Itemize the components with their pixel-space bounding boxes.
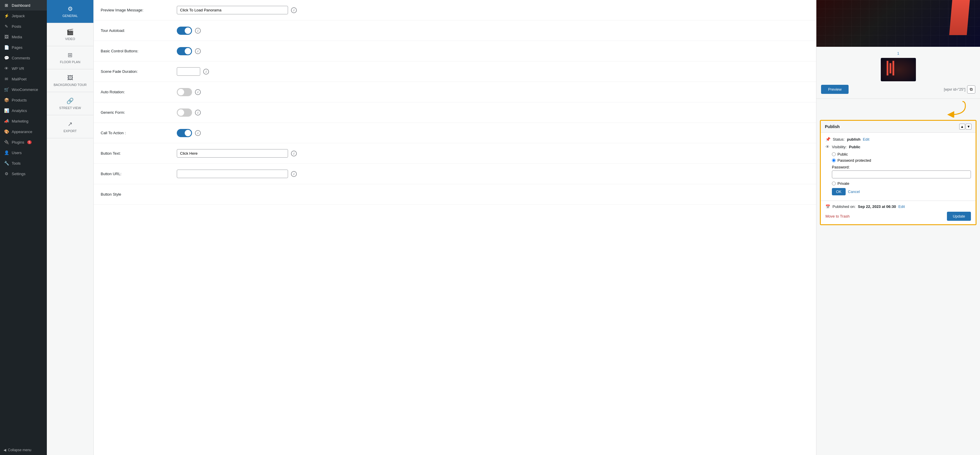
- publish-collapse-down-button[interactable]: ▼: [966, 124, 972, 130]
- status-label: Status:: [833, 137, 845, 141]
- preview-image-message-input[interactable]: [177, 6, 288, 14]
- basic-control-buttons-toggle[interactable]: [177, 47, 192, 55]
- radio-private[interactable]: Private: [832, 181, 971, 185]
- sidebar-item-posts[interactable]: ✎ Posts: [0, 21, 47, 32]
- appearance-icon: 🎨: [3, 129, 10, 134]
- cancel-button[interactable]: Cancel: [848, 188, 860, 195]
- sidebar-item-wp-vr[interactable]: 👁 WP VR: [0, 63, 47, 74]
- password-input[interactable]: [832, 170, 971, 178]
- left-panel-item-background-tour[interactable]: 🖼 BACKGROUND TOUR: [47, 69, 93, 92]
- sidebar-item-media[interactable]: 🖼 Media: [0, 32, 47, 42]
- preview-image-message-control: i: [177, 6, 809, 14]
- pages-icon: 📄: [3, 45, 10, 50]
- sidebar-item-users[interactable]: 👤 Users: [0, 147, 47, 158]
- left-panel-item-street-view[interactable]: 🔗 STREET VIEW: [47, 92, 93, 115]
- publish-body: 📌 Status: publish Edit 👁 Visibility: Pub…: [821, 133, 975, 201]
- comments-icon: 💬: [3, 55, 10, 60]
- publish-header: Publish ▲ ▼: [821, 121, 975, 133]
- scene-fade-duration-row: Scene Fade Duration: i: [94, 62, 816, 82]
- publish-collapse-up-button[interactable]: ▲: [959, 124, 965, 130]
- password-field-row: Password:: [826, 165, 971, 178]
- preview-image-message-info-icon[interactable]: i: [291, 7, 297, 13]
- sidebar-item-mailpoet[interactable]: ✉ MailPoet: [0, 74, 47, 84]
- shortcode-text: [wpvr id="25"]: [944, 87, 966, 92]
- sidebar-item-products[interactable]: 📦 Products: [0, 95, 47, 105]
- left-panel-item-floor-plan[interactable]: ⊞ FLOOR PLAN: [47, 46, 93, 69]
- collapse-menu-button[interactable]: ◀ Collapse menu: [0, 445, 47, 455]
- button-text-label: Button Text:: [101, 151, 177, 155]
- sidebar-item-plugins[interactable]: 🔌 Plugins 5: [0, 137, 47, 147]
- call-to-action-label: Call To Action :: [101, 131, 177, 135]
- status-icon: 📌: [826, 137, 830, 141]
- left-panel-item-general[interactable]: ⚙ GENERAL: [47, 0, 93, 23]
- tour-autoload-toggle[interactable]: [177, 27, 192, 35]
- tour-autoload-info-icon[interactable]: i: [195, 28, 201, 33]
- button-url-control: i: [177, 170, 809, 178]
- preview-placeholder: [816, 0, 980, 47]
- visibility-label: Visibility:: [832, 145, 846, 149]
- ok-button[interactable]: OK: [832, 188, 846, 195]
- radio-password-protected[interactable]: Password protected: [832, 158, 971, 163]
- sidebar-item-jetpack[interactable]: ⚡ Jetpack: [0, 11, 47, 21]
- basic-control-buttons-info-icon[interactable]: i: [195, 48, 201, 54]
- preview-image-message-row: Preview Image Message: i: [94, 0, 816, 21]
- auto-rotation-toggle[interactable]: [177, 88, 192, 96]
- call-to-action-control: i: [177, 129, 809, 137]
- scene-fade-duration-info-icon[interactable]: i: [203, 69, 209, 75]
- posts-icon: ✎: [3, 24, 10, 29]
- dashboard-icon: ⊞: [3, 3, 10, 8]
- basic-control-buttons-control: i: [177, 47, 809, 55]
- status-edit-link[interactable]: Edit: [863, 137, 869, 141]
- sidebar-item-comments[interactable]: 💬 Comments: [0, 52, 47, 63]
- call-to-action-info-icon[interactable]: i: [195, 130, 201, 136]
- call-to-action-row: Call To Action : i: [94, 123, 816, 143]
- main-content: Preview Image Message: i Tour Autoload: …: [94, 0, 816, 455]
- left-panel: ⚙ GENERAL 🎬 VIDEO ⊞ FLOOR PLAN 🖼 BACKGRO…: [47, 0, 94, 455]
- sidebar-item-dashboard[interactable]: ⊞ Dashboard: [0, 0, 47, 11]
- settings-form: Preview Image Message: i Tour Autoload: …: [94, 0, 816, 205]
- left-panel-item-video[interactable]: 🎬 VIDEO: [47, 23, 93, 46]
- plugins-icon: 🔌: [3, 140, 10, 144]
- generic-form-info-icon[interactable]: i: [195, 109, 201, 116]
- button-url-input[interactable]: [177, 170, 288, 178]
- button-url-row: Button URL: i: [94, 164, 816, 184]
- sidebar-item-pages[interactable]: 📄 Pages: [0, 42, 47, 52]
- sidebar-item-marketing[interactable]: 📣 Marketing: [0, 116, 47, 126]
- generic-form-row: Generic Form: i: [94, 102, 816, 123]
- button-text-control: i: [177, 149, 809, 158]
- sidebar-item-settings[interactable]: ⚙ Settings: [0, 168, 47, 179]
- collapse-icon: ◀: [3, 448, 6, 452]
- left-panel-item-export[interactable]: ↗ EXPORT: [47, 115, 93, 138]
- export-icon: ↗: [68, 120, 73, 127]
- publish-status-row: 📌 Status: publish Edit: [826, 137, 971, 141]
- scene-fade-duration-input[interactable]: [177, 67, 200, 76]
- auto-rotation-info-icon[interactable]: i: [195, 89, 201, 95]
- copy-shortcode-button[interactable]: ⧉: [967, 86, 975, 94]
- media-icon: 🖼: [3, 35, 10, 39]
- published-date-row: 📅 Published on: Sep 22, 2023 at 06:30 Ed…: [826, 205, 971, 209]
- sidebar-item-tools[interactable]: 🔧 Tools: [0, 158, 47, 168]
- wp-vr-icon: 👁: [3, 66, 10, 71]
- publish-visibility-row: 👁 Visibility: Public: [826, 144, 971, 149]
- sidebar-item-appearance[interactable]: 🎨 Appearance: [0, 126, 47, 137]
- generic-form-label: Generic Form:: [101, 110, 177, 115]
- button-text-info-icon[interactable]: i: [291, 151, 297, 157]
- radio-public[interactable]: Public: [832, 152, 971, 157]
- jetpack-icon: ⚡: [3, 13, 10, 18]
- calendar-icon: 📅: [826, 205, 830, 209]
- published-date-value: Sep 22, 2023 at 06:30: [858, 205, 896, 209]
- preview-button[interactable]: Preview: [821, 85, 849, 94]
- sidebar-item-woocommerce[interactable]: 🛒 WooCommerce: [0, 84, 47, 95]
- generic-form-toggle[interactable]: [177, 108, 192, 117]
- sidebar-item-analytics[interactable]: 📊 Analytics: [0, 105, 47, 116]
- update-button[interactable]: Update: [947, 212, 971, 221]
- move-to-trash-button[interactable]: Move to Trash: [826, 214, 850, 219]
- sidebar: ⊞ Dashboard ⚡ Jetpack ✎ Posts 🖼 Media 📄 …: [0, 0, 47, 455]
- published-date-edit-link[interactable]: Edit: [898, 205, 905, 209]
- call-to-action-toggle[interactable]: [177, 129, 192, 137]
- scene-thumbnail[interactable]: [881, 58, 916, 81]
- button-text-input[interactable]: [177, 149, 288, 158]
- button-url-info-icon[interactable]: i: [291, 171, 297, 177]
- tools-icon: 🔧: [3, 161, 10, 165]
- marketing-icon: 📣: [3, 119, 10, 124]
